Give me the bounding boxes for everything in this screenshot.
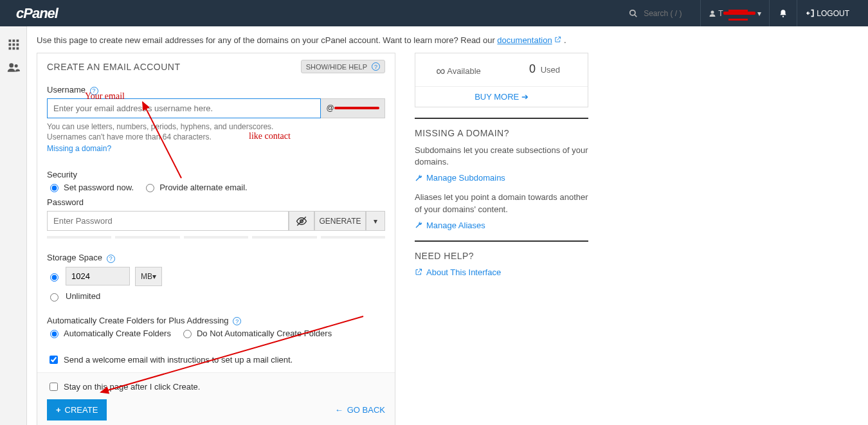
documentation-link[interactable]: documentation bbox=[497, 35, 552, 45]
password-input[interactable] bbox=[47, 211, 289, 231]
logout-label: LOGOUT bbox=[817, 9, 849, 18]
caret-down-icon: ▾ bbox=[757, 9, 761, 18]
stat-available: ∞ Available bbox=[415, 53, 502, 86]
caret-down-icon: ▾ bbox=[374, 217, 377, 226]
sidebar-item-users[interactable] bbox=[0, 56, 26, 79]
svg-point-13 bbox=[9, 63, 14, 68]
intro-text: Use this page to create new email addres… bbox=[37, 35, 858, 45]
svg-rect-7 bbox=[8, 44, 11, 46]
show-hide-help-button[interactable]: SHOW/HIDE HELP? bbox=[301, 60, 385, 73]
svg-rect-4 bbox=[8, 40, 11, 42]
welcome-email-label: Send a welcome email with instructions t… bbox=[64, 355, 293, 365]
stay-on-page-label: Stay on this page after I click Create. bbox=[64, 382, 200, 392]
manage-aliases-link[interactable]: Manage Aliases bbox=[415, 221, 588, 230]
infinity-icon: ∞ bbox=[436, 64, 445, 78]
external-link-icon bbox=[415, 268, 422, 276]
svg-point-2 bbox=[711, 10, 714, 14]
eye-slash-icon bbox=[296, 215, 307, 227]
help-icon[interactable]: ? bbox=[90, 87, 98, 95]
create-button[interactable]: +CREATE bbox=[47, 399, 107, 420]
password-strength-meter bbox=[47, 236, 385, 239]
user-menu[interactable]: T ▾ bbox=[700, 0, 769, 26]
security-label: Security bbox=[47, 170, 385, 179]
radio-storage-unlimited[interactable] bbox=[50, 293, 59, 302]
wrench-icon bbox=[415, 221, 422, 229]
logout-button[interactable]: LOGOUT bbox=[797, 0, 858, 26]
radio-set-password[interactable]: Set password now. bbox=[47, 182, 134, 192]
username-hint: You can use letters, numbers, periods, h… bbox=[47, 122, 385, 143]
logout-icon bbox=[806, 9, 815, 17]
svg-point-3 bbox=[782, 15, 784, 17]
missing-domain-title: MISSING A DOMAIN? bbox=[415, 128, 588, 138]
username-label: Username ? bbox=[47, 85, 385, 95]
help-icon[interactable]: ? bbox=[107, 255, 115, 263]
external-link-icon bbox=[554, 36, 561, 43]
need-help-title: NEED HELP? bbox=[415, 251, 588, 261]
storage-unlimited-label: Unlimited bbox=[66, 291, 100, 301]
svg-rect-8 bbox=[12, 44, 15, 46]
domain-redacted bbox=[334, 105, 379, 111]
radio-plus-auto[interactable]: Automatically Create Folders bbox=[47, 328, 171, 338]
go-back-link[interactable]: ←GO BACK bbox=[335, 405, 385, 415]
toggle-password-visibility-button[interactable] bbox=[289, 211, 314, 231]
topbar: cPanel T ▾ LOGOUT bbox=[0, 0, 868, 26]
svg-rect-11 bbox=[12, 48, 15, 50]
radio-storage-limited[interactable] bbox=[50, 273, 59, 282]
aliases-desc: Aliases let you point a domain towards a… bbox=[415, 192, 588, 215]
bell-icon bbox=[779, 9, 788, 18]
generate-dropdown-button[interactable]: ▾ bbox=[366, 211, 385, 231]
radio-alternate-email[interactable]: Provide alternate email. bbox=[143, 182, 248, 192]
stats-card: ∞ Available 0 Used BUY MORE ➔ bbox=[415, 53, 588, 107]
missing-domain-link[interactable]: Missing a domain? bbox=[47, 144, 111, 153]
help-icon: ? bbox=[372, 62, 380, 71]
plus-icon: + bbox=[56, 405, 61, 415]
storage-unit-select[interactable]: MB ▾ bbox=[135, 267, 162, 286]
create-email-panel: CREATE AN EMAIL ACCOUNT SHOW/HIDE HELP? … bbox=[37, 53, 395, 425]
content: Use this page to create new email addres… bbox=[27, 26, 868, 425]
users-icon bbox=[7, 62, 20, 73]
user-icon bbox=[709, 10, 716, 17]
password-label: Password bbox=[47, 197, 385, 207]
search-icon bbox=[629, 9, 638, 18]
radio-plus-no-auto[interactable]: Do Not Automatically Create Folders bbox=[180, 328, 332, 338]
checkbox-welcome-email[interactable] bbox=[50, 356, 58, 364]
user-redacted bbox=[723, 10, 755, 17]
sidebar-item-apps[interactable] bbox=[0, 33, 26, 56]
svg-rect-12 bbox=[16, 48, 19, 50]
search-area[interactable] bbox=[629, 8, 694, 19]
svg-point-0 bbox=[630, 10, 635, 15]
storage-value-input[interactable] bbox=[66, 267, 130, 285]
grid-icon bbox=[8, 39, 19, 50]
svg-rect-10 bbox=[8, 48, 11, 50]
svg-rect-9 bbox=[16, 44, 19, 46]
arrow-circle-right-icon: ➔ bbox=[521, 92, 529, 102]
search-input[interactable] bbox=[642, 8, 694, 19]
wrench-icon bbox=[415, 174, 422, 182]
about-interface-link[interactable]: About This Interface bbox=[415, 267, 588, 277]
svg-rect-6 bbox=[16, 40, 19, 42]
cpanel-logo: cPanel bbox=[16, 5, 58, 22]
notifications-button[interactable] bbox=[769, 0, 797, 26]
panel-title: CREATE AN EMAIL ACCOUNT bbox=[47, 62, 181, 72]
checkbox-stay-on-page[interactable] bbox=[50, 383, 58, 391]
svg-line-1 bbox=[635, 14, 637, 17]
sidebar bbox=[0, 26, 27, 425]
stat-used: 0 Used bbox=[502, 53, 588, 86]
svg-point-14 bbox=[14, 64, 17, 68]
username-input[interactable] bbox=[47, 98, 321, 118]
svg-rect-5 bbox=[12, 40, 15, 42]
subdomains-desc: Subdomains let you create subsections of… bbox=[415, 145, 588, 168]
arrow-left-icon: ← bbox=[335, 405, 343, 415]
storage-label: Storage Space ? bbox=[47, 253, 385, 263]
generate-password-button[interactable]: GENERATE bbox=[314, 211, 366, 231]
manage-subdomains-link[interactable]: Manage Subdomains bbox=[415, 173, 588, 183]
help-icon[interactable]: ? bbox=[233, 317, 241, 325]
buy-more-link[interactable]: BUY MORE ➔ bbox=[475, 92, 529, 102]
plus-addressing-label: Automatically Create Folders for Plus Ad… bbox=[47, 316, 385, 326]
domain-select[interactable]: @ bbox=[321, 98, 385, 118]
